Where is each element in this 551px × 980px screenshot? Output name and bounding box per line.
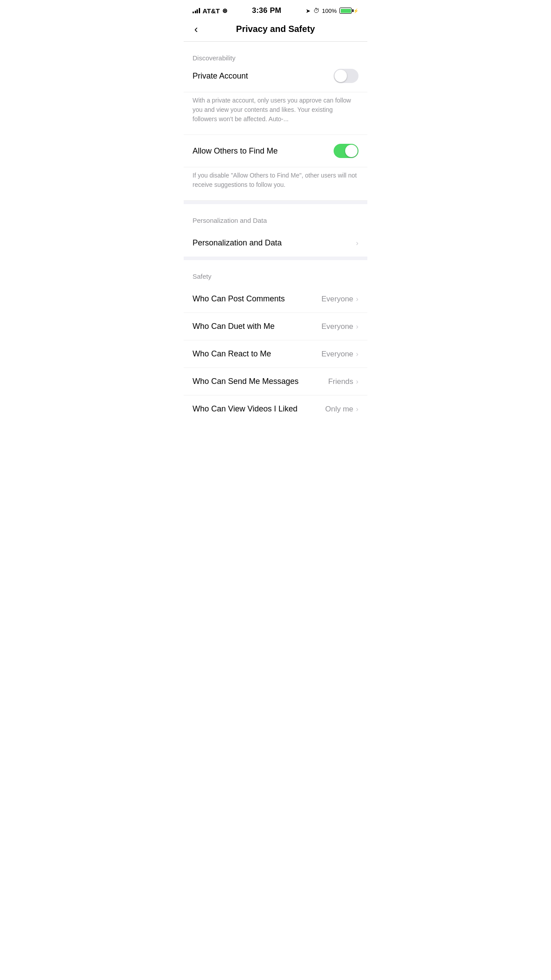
wifi-icon: ⊛	[222, 7, 228, 14]
status-right: ➤ ⏱ 100% ⚡	[306, 7, 358, 14]
allow-others-toggle[interactable]	[334, 144, 358, 158]
who-can-post-comments-value: Everyone ›	[322, 295, 359, 304]
status-bar: AT&T ⊛ 3:36 PM ➤ ⏱ 100% ⚡	[184, 0, 367, 20]
divider-2	[184, 257, 367, 260]
private-account-label: Private Account	[193, 71, 334, 81]
personalization-value: ›	[356, 239, 358, 248]
content: Discoverability Private Account With a p…	[184, 42, 367, 423]
who-can-react-row[interactable]: Who Can React to Me Everyone ›	[184, 340, 367, 368]
signal-icon	[193, 8, 200, 13]
signal-bar-1	[193, 12, 194, 13]
location-icon: ➤	[306, 8, 311, 14]
who-can-duet-chevron: ›	[356, 322, 358, 331]
allow-others-thumb	[345, 145, 358, 157]
who-can-post-comments-text: Everyone	[322, 295, 354, 304]
bolt-icon: ⚡	[353, 8, 358, 13]
allow-others-label: Allow Others to Find Me	[193, 146, 334, 156]
who-can-duet-label: Who Can Duet with Me	[193, 322, 322, 331]
personalization-header: Personalization and Data	[184, 204, 367, 229]
who-can-send-messages-value: Friends ›	[328, 377, 358, 386]
who-can-send-messages-text: Friends	[328, 377, 354, 386]
private-account-toggle[interactable]	[334, 69, 358, 83]
alarm-icon: ⏱	[313, 7, 319, 14]
who-can-react-value: Everyone ›	[322, 350, 359, 359]
back-button[interactable]: ‹	[191, 21, 201, 37]
battery-percent: 100%	[322, 8, 337, 14]
who-can-send-messages-row[interactable]: Who Can Send Me Messages Friends ›	[184, 368, 367, 395]
private-account-description: With a private account, only users you a…	[184, 92, 367, 135]
divider-1	[184, 201, 367, 204]
carrier-name: AT&T	[203, 7, 220, 15]
personalization-row[interactable]: Personalization and Data ›	[184, 229, 367, 257]
personalization-section: Personalization and Data Personalization…	[184, 204, 367, 257]
who-can-send-messages-label: Who Can Send Me Messages	[193, 377, 328, 386]
who-can-duet-row[interactable]: Who Can Duet with Me Everyone ›	[184, 313, 367, 340]
who-can-send-messages-chevron: ›	[356, 377, 358, 386]
private-account-row[interactable]: Private Account	[184, 67, 367, 92]
who-can-react-text: Everyone	[322, 350, 354, 359]
who-can-view-liked-chevron: ›	[356, 405, 358, 414]
private-account-track[interactable]	[334, 69, 358, 83]
status-time: 3:36 PM	[252, 6, 281, 15]
nav-header: ‹ Privacy and Safety	[184, 20, 367, 42]
discoverability-header: Discoverability	[184, 42, 367, 67]
who-can-view-liked-label: Who Can View Videos I Liked	[193, 404, 325, 414]
signal-bar-2	[195, 11, 196, 13]
status-left: AT&T ⊛	[193, 7, 228, 15]
who-can-duet-value: Everyone ›	[322, 322, 359, 331]
battery-fill	[341, 9, 351, 13]
discoverability-section: Discoverability Private Account With a p…	[184, 42, 367, 201]
who-can-react-label: Who Can React to Me	[193, 349, 322, 359]
allow-others-description: If you disable "Allow Others to Find Me"…	[184, 167, 367, 201]
safety-section: Safety Who Can Post Comments Everyone › …	[184, 260, 367, 423]
battery-container: ⚡	[339, 8, 358, 14]
allow-others-track[interactable]	[334, 144, 358, 158]
personalization-label: Personalization and Data	[193, 238, 356, 248]
who-can-duet-text: Everyone	[322, 322, 354, 331]
signal-bar-3	[197, 9, 198, 13]
who-can-view-liked-text: Only me	[325, 405, 353, 414]
allow-others-row[interactable]: Allow Others to Find Me	[184, 135, 367, 167]
battery-icon	[339, 8, 352, 14]
personalization-chevron: ›	[356, 239, 358, 248]
who-can-view-liked-value: Only me ›	[325, 405, 358, 414]
who-can-react-chevron: ›	[356, 350, 358, 359]
who-can-post-comments-label: Who Can Post Comments	[193, 294, 322, 304]
who-can-post-comments-row[interactable]: Who Can Post Comments Everyone ›	[184, 285, 367, 313]
signal-bar-4	[199, 8, 200, 13]
who-can-post-comments-chevron: ›	[356, 295, 358, 304]
private-account-thumb	[335, 70, 347, 82]
safety-header: Safety	[184, 260, 367, 285]
page-title: Privacy and Safety	[236, 24, 315, 34]
who-can-view-liked-row[interactable]: Who Can View Videos I Liked Only me ›	[184, 395, 367, 423]
